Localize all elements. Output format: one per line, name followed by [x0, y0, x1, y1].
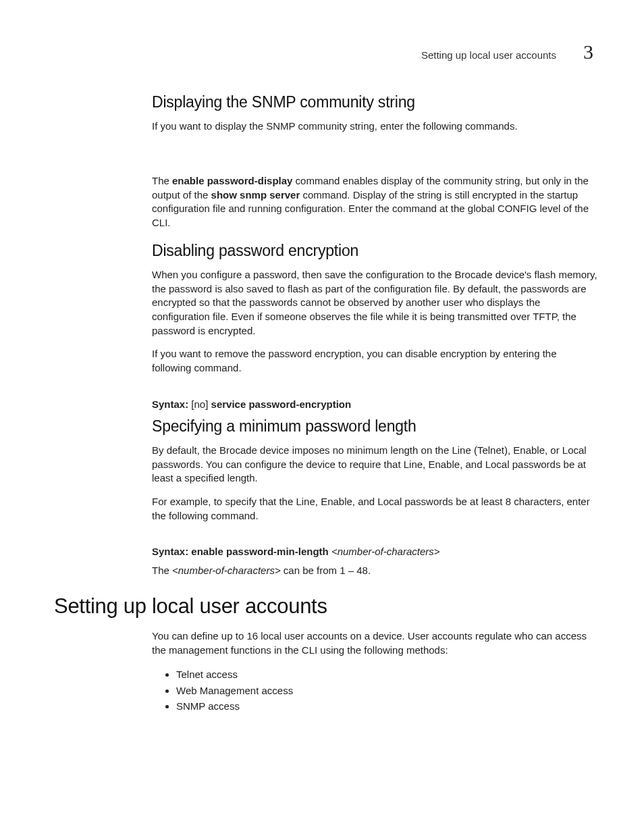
- list-item: Web Management access: [176, 683, 597, 698]
- paragraph: For example, to specify that the Line, E…: [152, 495, 597, 523]
- paragraph: The enable password-display command enab…: [152, 174, 597, 230]
- page: Setting up local user accounts 3 Display…: [0, 0, 644, 834]
- syntax-command: service password-encryption: [211, 398, 352, 410]
- section-snmp-string: Displaying the SNMP community string If …: [152, 93, 597, 143]
- syntax-label: Syntax:: [152, 398, 191, 410]
- heading-encryption: Disabling password encryption: [152, 242, 597, 260]
- syntax-line: Syntax: [no] service password-encryption: [152, 398, 597, 410]
- syntax-line: Syntax: enable password-min-length <numb…: [152, 546, 597, 557]
- text: The: [152, 175, 172, 186]
- variable-text: <number-of-characters>: [172, 565, 281, 576]
- list-item: Telnet access: [176, 667, 597, 682]
- paragraph: By default, the Brocade device imposes n…: [152, 444, 597, 486]
- section-disable-encryption: Disabling password encryption When you c…: [152, 242, 597, 417]
- command-text: enable password-display: [172, 175, 292, 186]
- running-header: Setting up local user accounts 3: [421, 41, 593, 63]
- paragraph-block: The enable password-display command enab…: [152, 174, 597, 240]
- text: The: [152, 565, 172, 576]
- paragraph: You can define up to 16 local user accou…: [152, 629, 597, 657]
- paragraph: The <number-of-characters> can be from 1…: [152, 564, 597, 578]
- syntax-label: Syntax:: [152, 546, 191, 557]
- section-local-users-body: You can define up to 16 local user accou…: [152, 629, 597, 723]
- text: can be from 1 – 48.: [281, 565, 371, 576]
- syntax-command: enable password-min-length: [191, 546, 331, 557]
- list-item: SNMP access: [176, 698, 597, 714]
- chapter-number: 3: [583, 41, 593, 63]
- section-local-users: Setting up local user accounts: [54, 594, 597, 631]
- paragraph: When you configure a password, then save…: [152, 268, 597, 338]
- heading-local-users: Setting up local user accounts: [54, 594, 597, 619]
- heading-snmp: Displaying the SNMP community string: [152, 93, 597, 111]
- paragraph: If you want to remove the password encry…: [152, 347, 597, 375]
- running-title: Setting up local user accounts: [421, 49, 556, 61]
- heading-min-length: Specifying a minimum password length: [152, 417, 597, 436]
- command-text: show snmp server: [211, 189, 300, 201]
- syntax-variable: <number-of-characters>: [331, 546, 440, 557]
- syntax-optional: [no]: [191, 398, 211, 410]
- paragraph: If you want to display the SNMP communit…: [152, 120, 597, 134]
- bullet-list: Telnet access Web Management access SNMP…: [152, 667, 597, 714]
- section-min-length: Specifying a minimum password length By …: [152, 417, 597, 588]
